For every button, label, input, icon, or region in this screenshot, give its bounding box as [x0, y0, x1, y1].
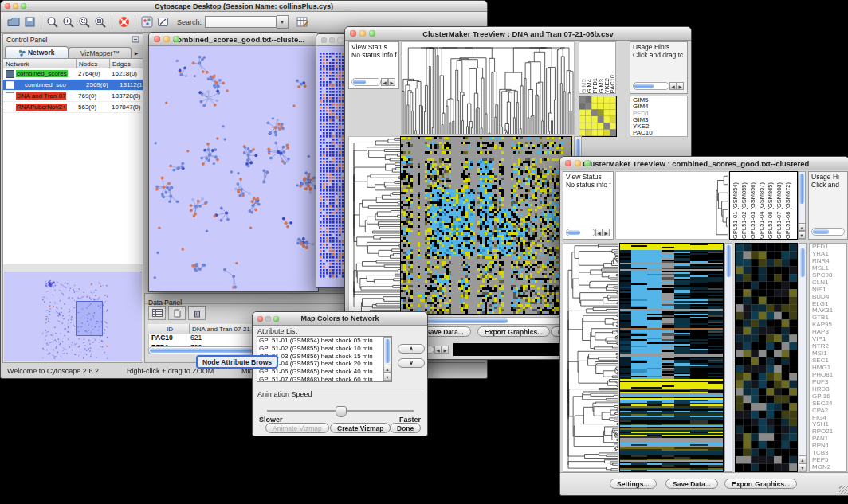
treeview2-title-bar[interactable]: ClusterMaker TreeView : combined_scores_… — [560, 157, 848, 170]
minimize-button[interactable] — [329, 37, 335, 43]
delete-attribute-button[interactable] — [188, 306, 206, 320]
tv1-global-heatmap[interactable] — [400, 136, 572, 315]
data-col-id[interactable]: ID — [148, 324, 190, 334]
close-button[interactable] — [350, 30, 356, 37]
attribute-browser-button[interactable] — [295, 14, 311, 29]
zoom-button[interactable] — [21, 3, 26, 9]
tv1-export-graphics-button[interactable]: Export Graphics... — [477, 326, 550, 337]
tv1-column-dendrogram[interactable] — [401, 41, 575, 135]
tv2-zoom-scrollbar[interactable]: ▲ ▼ — [799, 243, 807, 472]
zoom-button[interactable] — [369, 30, 375, 37]
tv2-save-data-button[interactable]: Save Data... — [665, 479, 718, 489]
create-vizmap-button[interactable]: Create Vizmap — [330, 423, 391, 433]
close-button[interactable] — [257, 316, 263, 322]
create-attribute-button[interactable] — [168, 306, 186, 320]
move-down-button[interactable]: ∨ — [398, 358, 425, 368]
scroll-left-button[interactable]: ◀ — [381, 78, 388, 86]
zoom-out-button[interactable] — [45, 14, 61, 29]
annotation-button[interactable] — [155, 14, 171, 29]
tv2-export-graphics-button[interactable]: Export Graphics... — [724, 479, 797, 489]
vizmap-button[interactable] — [139, 14, 155, 29]
tab-overflow-button[interactable]: ▶ — [132, 48, 141, 58]
close-button[interactable] — [5, 3, 10, 9]
network-canvas[interactable] — [149, 46, 316, 290]
animation-slider[interactable] — [267, 405, 414, 416]
zoom-button[interactable] — [173, 36, 179, 42]
treeview1-title-bar[interactable]: ClusterMaker TreeView : DNA and Tran 07-… — [345, 27, 691, 41]
scroll-down-button[interactable]: ▼ — [799, 463, 807, 471]
zoom-button[interactable] — [273, 316, 279, 322]
birdseye-view[interactable] — [4, 272, 142, 361]
search-dropdown-button[interactable]: ▼ — [277, 15, 289, 29]
close-button[interactable] — [154, 36, 160, 42]
col-header-network[interactable]: Network — [3, 59, 77, 68]
tv2-gene-dendrogram[interactable] — [563, 243, 618, 472]
save-session-button[interactable] — [22, 14, 37, 29]
minimize-button[interactable] — [575, 160, 581, 166]
scroll-right-button[interactable]: ▶ — [388, 78, 395, 86]
minimize-button[interactable] — [359, 30, 366, 37]
scroll-up-button[interactable]: ▲ — [383, 365, 391, 373]
tv2-global-scrollbar[interactable] — [724, 243, 732, 472]
gene-label[interactable]: MON2 — [812, 464, 846, 471]
tv1-zoom-heatmap[interactable] — [579, 96, 617, 137]
help-button[interactable] — [116, 14, 132, 29]
select-attributes-button[interactable] — [148, 306, 166, 320]
tv2-usage-scrollbar[interactable] — [811, 227, 845, 236]
scroll-left-button[interactable]: ◀ — [669, 82, 677, 90]
float-panel-icon[interactable] — [132, 36, 140, 44]
scroll-up-button[interactable]: ▲ — [798, 223, 806, 231]
search-input[interactable] — [205, 16, 277, 28]
tab-network[interactable]: Network — [5, 46, 69, 58]
minimize-button[interactable] — [13, 3, 18, 9]
tv1-usage-scrollbar[interactable]: ◀ ▶ — [633, 81, 684, 90]
scroll-up-button[interactable]: ▲ — [799, 455, 807, 463]
scroll-right-button[interactable]: ▶ — [442, 346, 449, 354]
network-row[interactable]: combined_scores 2764(0) 16218(0) — [3, 68, 143, 80]
col-header-nodes[interactable]: Nodes — [77, 59, 110, 68]
close-button[interactable] — [321, 37, 327, 43]
attribute-list-scrollbar[interactable]: ▲ ▼ — [383, 337, 391, 381]
tv2-collabel-scrollbar[interactable]: ▲ ▼ — [798, 171, 806, 240]
scroll-left-button[interactable]: ◀ — [434, 346, 442, 354]
tv2-zoom-heatmap[interactable] — [735, 243, 798, 472]
tv2-column-dendrogram[interactable] — [615, 171, 728, 240]
move-up-button[interactable]: ∧ — [398, 344, 425, 354]
main-title-bar[interactable]: Cytoscape Desktop (Session Name: collins… — [1, 1, 487, 12]
minimize-button[interactable] — [265, 316, 271, 322]
col-header-edges[interactable]: Edges — [110, 59, 143, 68]
tv2-status-scrollbar[interactable]: ◀ ▶ — [566, 228, 610, 236]
attribute-list-item[interactable]: GPL51-06 (GSM865) heat shock 40 min — [257, 368, 391, 376]
network-row[interactable]: combined_sco 2569(6) 13112(15) — [3, 80, 143, 91]
birdseye-canvas[interactable] — [4, 272, 142, 361]
tab-vizmapper[interactable]: VizMapper™ — [69, 47, 132, 58]
attribute-list-item[interactable]: GPL51-02 (GSM855) heat shock 10 min — [257, 345, 391, 353]
scroll-right-button[interactable]: ▶ — [677, 82, 684, 90]
animate-vizmap-button[interactable]: Animate Vizmap — [265, 423, 329, 433]
scroll-down-button[interactable]: ▼ — [383, 373, 391, 381]
tv2-global-heatmap[interactable] — [619, 243, 724, 472]
zoom-button[interactable] — [337, 37, 343, 43]
dialog-title-bar[interactable]: Map Colors to Network — [253, 312, 427, 326]
tv1-gene-dendrogram[interactable] — [348, 136, 401, 315]
slider-knob[interactable] — [336, 406, 347, 417]
close-button[interactable] — [565, 160, 571, 166]
attribute-list-item[interactable]: GPL51-01 (GSM854) heat shock 05 min — [257, 337, 391, 345]
network-row[interactable]: DNA and Tran 07 769(0) 183728(0) — [3, 91, 143, 102]
resize-grip[interactable] — [839, 486, 848, 494]
zoom-button[interactable] — [584, 160, 591, 166]
done-button[interactable]: Done — [390, 423, 421, 433]
tv1-status-scrollbar[interactable]: ◀ ▶ — [351, 77, 395, 86]
scroll-down-button[interactable]: ▼ — [798, 231, 806, 239]
zoom-selected-button[interactable] — [77, 14, 92, 29]
zoom-in-button[interactable] — [61, 14, 77, 29]
attribute-list-item[interactable]: GPL51-07 (GSM868) heat shock 60 min — [257, 376, 391, 382]
scroll-right-button[interactable]: ▶ — [603, 229, 610, 236]
open-session-button[interactable] — [6, 14, 22, 29]
minimize-button[interactable] — [163, 36, 170, 42]
zoom-fit-button[interactable] — [92, 14, 108, 29]
node-attribute-browser-tab[interactable]: Node Attribute Brows — [196, 355, 278, 369]
network-row[interactable]: RNAPuberNov2+ 563(0) 107847(0) — [3, 102, 143, 113]
scroll-left-button[interactable]: ◀ — [595, 229, 603, 236]
tv2-settings-button[interactable]: Settings... — [610, 479, 657, 489]
